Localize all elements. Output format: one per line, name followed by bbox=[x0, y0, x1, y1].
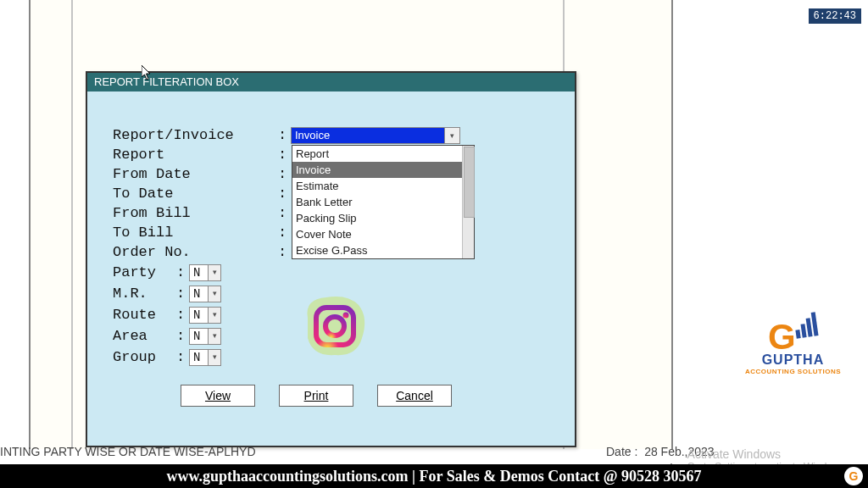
dropdown-option[interactable]: Invoice bbox=[292, 162, 474, 178]
label-to-date: To Date bbox=[113, 186, 278, 202]
print-button[interactable]: Print bbox=[279, 385, 353, 407]
brand-logo: G GUPTHA ACCOUNTING SOLUTIONS bbox=[745, 313, 841, 375]
group-dropdown[interactable]: N▾ bbox=[189, 349, 221, 366]
chevron-down-icon[interactable]: ▾ bbox=[208, 265, 220, 280]
chevron-down-icon[interactable]: ▾ bbox=[208, 329, 220, 344]
svg-point-2 bbox=[343, 313, 349, 319]
chevron-down-icon[interactable]: ▾ bbox=[444, 128, 459, 143]
chevron-down-icon[interactable]: ▾ bbox=[208, 286, 220, 302]
footer-logo-icon: G bbox=[844, 467, 863, 485]
chevron-down-icon[interactable]: ▾ bbox=[208, 308, 220, 323]
status-left-text: INTING PARTY WISE OR DATE WISE-APLHYD bbox=[0, 445, 256, 458]
dropdown-option[interactable]: Report bbox=[292, 146, 474, 162]
label-route: Route bbox=[113, 307, 176, 323]
party-dropdown[interactable]: N▾ bbox=[189, 264, 221, 281]
report-invoice-dropdown[interactable]: Invoice ▾ Report Invoice Estimate Bank L… bbox=[291, 127, 460, 144]
area-dropdown[interactable]: N▾ bbox=[189, 328, 221, 345]
label-group: Group bbox=[113, 349, 176, 365]
dropdown-option[interactable]: Cover Note bbox=[292, 226, 474, 242]
dropdown-selected: Invoice bbox=[295, 129, 330, 141]
view-button[interactable]: View bbox=[181, 385, 255, 407]
route-dropdown[interactable]: N▾ bbox=[189, 307, 221, 324]
chevron-down-icon[interactable]: ▾ bbox=[208, 350, 220, 365]
cancel-button[interactable]: Cancel bbox=[377, 385, 452, 407]
label-to-bill: To Bill bbox=[113, 225, 278, 241]
label-from-bill: From Bill bbox=[113, 205, 278, 221]
logo-subtitle: ACCOUNTING SOLUTIONS bbox=[745, 368, 841, 375]
logo-letter-icon: G bbox=[768, 317, 796, 358]
report-filteration-dialog: REPORT FILTERATION BOX Report/Invoice : … bbox=[86, 71, 576, 447]
dialog-title: REPORT FILTERATION BOX bbox=[87, 73, 575, 92]
instagram-icon bbox=[301, 292, 369, 360]
label-report-invoice: Report/Invoice bbox=[113, 127, 278, 143]
mr-dropdown[interactable]: N▾ bbox=[189, 286, 221, 302]
footer-bar: www.gupthaaccountingsolutions.com | For … bbox=[0, 464, 868, 488]
dropdown-option[interactable]: Estimate bbox=[292, 178, 474, 194]
label-mr: M.R. bbox=[113, 286, 176, 302]
label-area: Area bbox=[113, 328, 176, 344]
dropdown-option[interactable]: Excise G.Pass bbox=[292, 242, 474, 258]
footer-text: www.gupthaaccountingsolutions.com | For … bbox=[167, 468, 702, 485]
scrollbar[interactable] bbox=[462, 146, 474, 258]
mouse-cursor bbox=[142, 65, 153, 84]
label-report: Report bbox=[113, 147, 278, 163]
logo-bars-icon bbox=[793, 312, 820, 342]
label-order-no: Order No. bbox=[113, 244, 278, 260]
colon: : bbox=[278, 127, 291, 143]
dropdown-option[interactable]: Packing Slip bbox=[292, 210, 474, 226]
label-from-date: From Date bbox=[113, 166, 278, 182]
label-party: Party bbox=[113, 264, 176, 280]
dropdown-list: Report Invoice Estimate Bank Letter Pack… bbox=[292, 145, 475, 259]
dropdown-option[interactable]: Bank Letter bbox=[292, 194, 474, 210]
clock: 6:22:43 bbox=[809, 8, 861, 24]
